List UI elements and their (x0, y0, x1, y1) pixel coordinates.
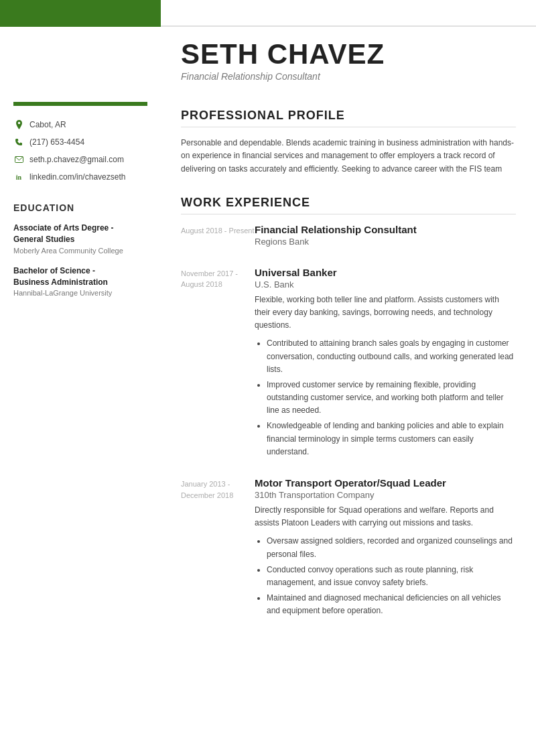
job-bullets-3: Oversaw assigned soldiers, recorded and … (255, 535, 516, 617)
job-desc-3: Directly responsible for Squad operation… (255, 504, 516, 529)
edu-degree-1: Associate of Arts Degree - General Studi… (13, 223, 147, 245)
sidebar-name-spacer (0, 27, 161, 88)
education-header: EDUCATION (13, 202, 147, 213)
education-section: EDUCATION Associate of Arts Degree - Gen… (13, 202, 147, 297)
job-details-2: Universal Banker U.S. Bank Flexible, wor… (255, 267, 516, 461)
bullet-item: Contributed to attaining branch sales go… (267, 337, 516, 376)
linkedin-icon: in (13, 172, 24, 182)
job-entry-2: November 2017 - August 2018 Universal Ba… (181, 267, 516, 461)
location-text: Cabot, AR (29, 120, 66, 129)
bullet-item: Conducted convoy operations such as rout… (267, 564, 516, 589)
bullet-item: Knowledgeable of lending and banking pol… (267, 420, 516, 458)
email-icon (13, 154, 24, 165)
phone-icon (13, 137, 24, 147)
contact-linkedin: in linkedin.com/in/chavezseth (13, 172, 147, 182)
work-section: WORK EXPERIENCE August 2018 - Present Fi… (181, 196, 516, 621)
top-bar-white (161, 0, 536, 27)
profile-header: PROFESSIONAL PROFILE (181, 109, 516, 127)
edu-entry-2: Bachelor of Science - Business Administr… (13, 265, 147, 298)
job-position-2: Universal Banker (255, 267, 516, 278)
sidebar: Cabot, AR (217) 653-4454 (0, 88, 161, 756)
edu-school-2: Hannibal-LaGrange University (13, 289, 147, 297)
name-title-area: SETH CHAVEZ Financial Relationship Consu… (161, 27, 536, 88)
contact-phone: (217) 653-4454 (13, 137, 147, 147)
top-bar-green (0, 0, 161, 27)
job-company-3: 310th Transportation Company (255, 490, 516, 500)
content-area: Cabot, AR (217) 653-4454 (0, 88, 536, 756)
job-dates-2: November 2017 - August 2018 (181, 267, 255, 461)
contact-email: seth.p.chavez@gmail.com (13, 154, 147, 165)
job-position-1: Financial Relationship Consultant (255, 224, 516, 235)
contact-section: Cabot, AR (217) 653-4454 (13, 119, 147, 182)
job-position-3: Motor Transport Operator/Squad Leader (255, 477, 516, 489)
edu-school-1: Moberly Area Community College (13, 247, 147, 255)
bullet-item: Improved customer service by remaining f… (267, 379, 516, 418)
phone-text: (217) 653-4454 (29, 137, 84, 147)
job-dates-3: January 2013 - December 2018 (181, 477, 255, 621)
sidebar-green-bar (13, 102, 147, 106)
work-header: WORK EXPERIENCE (181, 196, 516, 214)
job-dates-1: August 2018 - Present (181, 224, 255, 251)
edu-degree-2: Bachelor of Science - Business Administr… (13, 265, 147, 288)
job-entry-3: January 2013 - December 2018 Motor Trans… (181, 477, 516, 621)
profile-text: Personable and dependable. Blends academ… (181, 137, 516, 176)
job-details-3: Motor Transport Operator/Squad Leader 31… (255, 477, 516, 621)
profile-section: PROFESSIONAL PROFILE Personable and depe… (181, 109, 516, 176)
job-details-1: Financial Relationship Consultant Region… (255, 224, 516, 251)
top-bar (0, 0, 536, 27)
main-content: PROFESSIONAL PROFILE Personable and depe… (161, 88, 536, 756)
email-text: seth.p.chavez@gmail.com (29, 155, 124, 164)
job-entry-1: August 2018 - Present Financial Relation… (181, 224, 516, 251)
name-area-row: SETH CHAVEZ Financial Relationship Consu… (0, 27, 536, 88)
job-company-2: U.S. Bank (255, 279, 516, 290)
location-icon (13, 119, 24, 130)
bullet-item: Oversaw assigned soldiers, recorded and … (267, 535, 516, 560)
contact-location: Cabot, AR (13, 119, 147, 130)
linkedin-text: linkedin.com/in/chavezseth (29, 172, 125, 182)
job-bullets-2: Contributed to attaining branch sales go… (255, 337, 516, 458)
candidate-title: Financial Relationship Consultant (181, 71, 516, 82)
job-company-1: Regions Bank (255, 237, 516, 247)
candidate-name: SETH CHAVEZ (181, 39, 516, 70)
job-desc-2: Flexible, working both teller line and p… (255, 294, 516, 332)
bullet-item: Maintained and diagnosed mechanical defi… (267, 592, 516, 617)
edu-entry-1: Associate of Arts Degree - General Studi… (13, 223, 147, 255)
resume-page: SETH CHAVEZ Financial Relationship Consu… (0, 0, 536, 756)
